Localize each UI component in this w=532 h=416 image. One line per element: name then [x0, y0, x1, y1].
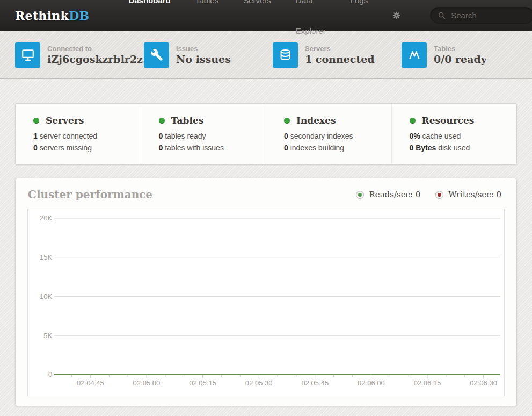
status-dot-icon — [33, 118, 39, 124]
status-text: IssuesNo issues — [176, 45, 231, 65]
panel-stat-line: 1 server connected — [33, 130, 141, 142]
panel-title: Tables — [171, 115, 204, 126]
status-dot-icon — [159, 118, 165, 124]
legend-label: Writes/sec: 0 — [448, 190, 501, 199]
top-navbar: RethinkDB DashboardTablesServersData Exp… — [0, 0, 532, 31]
nav-item-data-explorer[interactable]: Data Explorer — [283, 0, 338, 46]
panel-stat-line: 0 Bytes disk used — [410, 142, 517, 154]
search-input[interactable] — [451, 11, 527, 20]
wrench-icon — [144, 42, 169, 68]
status-label: Connected to — [47, 45, 144, 53]
panel-title-row: Tables — [159, 115, 266, 126]
status-text: Tables0/0 ready — [434, 45, 487, 65]
cluster-performance-card: Cluster performance Reads/sec: 0Writes/s… — [15, 178, 517, 406]
nav-item-logs[interactable]: Logs — [338, 0, 381, 46]
chart-canvas: 20K15K10K5K002:04:4502:05:0002:05:1502:0… — [28, 209, 504, 396]
y-axis-label: 20K — [40, 214, 53, 223]
status-item-servers[interactable]: Servers1 connected — [273, 42, 402, 68]
panel-indexes: Indexes0 secondary indexes0 indexes buil… — [266, 104, 392, 164]
logo-text-rethink: Rethink — [15, 9, 69, 23]
nav-item-dashboard[interactable]: Dashboard — [116, 0, 183, 46]
status-item-issues[interactable]: IssuesNo issues — [144, 42, 273, 68]
status-label: Issues — [176, 45, 231, 53]
panel-stat-line: 0 indexes building — [284, 142, 391, 154]
status-value: 1 connected — [305, 53, 375, 65]
chart-legend: Reads/sec: 0Writes/sec: 0 — [356, 190, 501, 199]
search-box[interactable] — [430, 7, 532, 24]
y-axis-label: 10K — [40, 292, 53, 300]
rethinkdb-logo[interactable]: RethinkDB — [15, 9, 89, 23]
legend-ring-icon — [356, 191, 364, 199]
panel-title-row: Indexes — [284, 115, 391, 126]
x-axis-label: 02:06:15 — [414, 379, 441, 387]
x-axis-label: 02:06:30 — [470, 379, 497, 387]
status-item-tables[interactable]: Tables0/0 ready — [402, 42, 530, 68]
status-label: Tables — [434, 45, 487, 53]
panel-title-row: Resources — [410, 115, 517, 126]
y-axis-label: 15K — [40, 253, 53, 261]
y-axis-label: 5K — [43, 332, 52, 340]
status-item-connected-to[interactable]: Connected toiZj6cgoskzrblr2z... — [15, 42, 144, 68]
status-value: No issues — [176, 53, 231, 65]
panel-servers: Servers1 server connected0 servers missi… — [16, 104, 141, 164]
panel-resources: Resources0% cache used0 Bytes disk used — [392, 104, 517, 164]
chart-header: Cluster performance Reads/sec: 0Writes/s… — [27, 187, 505, 209]
panel-title-row: Servers — [33, 115, 141, 126]
y-axis-label: 0 — [48, 371, 52, 379]
logo-text-db: DB — [69, 9, 89, 23]
monitor-icon — [15, 42, 40, 68]
x-axis-label: 02:05:45 — [301, 379, 329, 387]
status-value: iZj6cgoskzrblr2z... — [47, 53, 144, 65]
database-icon — [273, 42, 298, 68]
gear-icon — [392, 11, 401, 20]
search-icon — [438, 11, 446, 20]
x-axis-label: 02:05:15 — [189, 379, 216, 387]
status-text: Connected toiZj6cgoskzrblr2z... — [47, 45, 144, 65]
legend-dot-icon — [438, 193, 441, 197]
panel-tables: Tables0 tables ready0 tables with issues — [141, 104, 267, 164]
legend-label: Reads/sec: 0 — [369, 190, 420, 199]
panel-title: Resources — [422, 115, 475, 126]
summary-panels: Servers1 server connected0 servers missi… — [15, 103, 517, 165]
nav-item-servers[interactable]: Servers — [231, 0, 283, 46]
legend-dot-icon — [358, 193, 362, 197]
cluster-performance-chart: 20K15K10K5K002:04:4502:05:0002:05:1502:0… — [27, 209, 505, 396]
panel-stat-line: 0 servers missing — [33, 142, 141, 154]
dashboard-content: Servers1 server connected0 servers missi… — [0, 79, 532, 406]
status-dot-icon — [284, 118, 290, 124]
panel-stat-line: 0% cache used — [410, 130, 517, 142]
status-value: 0/0 ready — [434, 53, 487, 65]
status-dot-icon — [410, 118, 416, 124]
x-axis-label: 02:05:30 — [245, 379, 273, 387]
panel-stat-line: 0 secondary indexes — [284, 130, 391, 142]
status-text: Servers1 connected — [305, 45, 375, 65]
panel-title: Servers — [46, 115, 84, 126]
status-label: Servers — [305, 45, 375, 53]
legend-ring-icon — [435, 191, 443, 199]
x-axis-label: 02:06:00 — [358, 379, 385, 387]
x-axis-label: 02:04:45 — [77, 379, 104, 387]
panel-stat-line: 0 tables with issues — [159, 142, 266, 154]
x-axis-label: 02:05:00 — [133, 379, 161, 387]
legend-reads-sec[interactable]: Reads/sec: 0 — [356, 190, 420, 199]
chart-title: Cluster performance — [28, 188, 152, 201]
nav-item-tables[interactable]: Tables — [183, 0, 231, 46]
legend-writes-sec[interactable]: Writes/sec: 0 — [435, 190, 501, 199]
panel-stat-line: 0 tables ready — [159, 130, 266, 142]
panel-title: Indexes — [296, 115, 336, 126]
pulse-icon — [402, 42, 427, 68]
main-nav: DashboardTablesServersData ExplorerLogs — [116, 0, 380, 46]
settings-gear-button[interactable] — [389, 8, 404, 23]
